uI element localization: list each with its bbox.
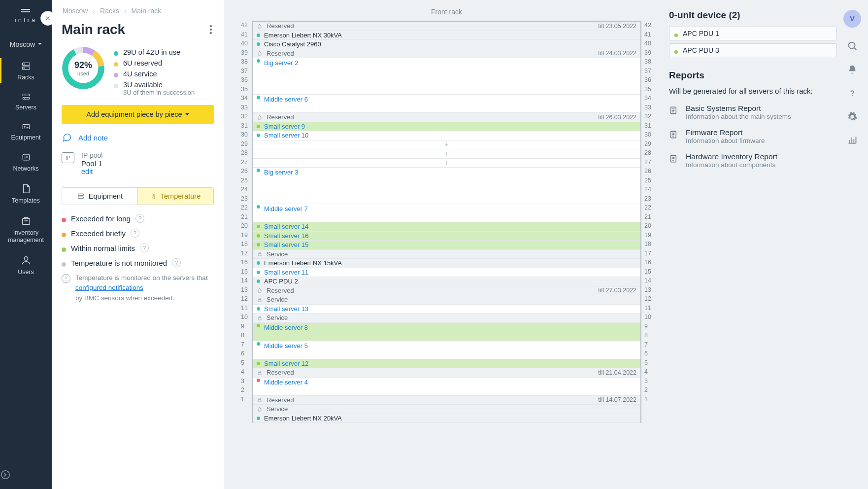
rack-slot[interactable]: Big server 2 (253, 58, 640, 95)
add-equipment-button[interactable]: Add equipment piece by piece (62, 105, 214, 124)
settings-icon[interactable] (847, 111, 858, 122)
rack-slot[interactable]: Small server 14 (253, 222, 640, 232)
rack-slot[interactable]: Small server 15 (253, 241, 640, 250)
unit-number: 24 (641, 185, 654, 194)
rack-slot[interactable]: Middle server 8 (253, 323, 640, 341)
svg-point-35 (849, 42, 855, 49)
configured-notifications-link[interactable]: configured notifications (75, 284, 143, 291)
rack-slot[interactable]: Big server 3 (253, 168, 640, 204)
breadcrumb-current: Main rack (132, 7, 162, 15)
stats-icon[interactable] (847, 135, 858, 145)
rack-slot[interactable]: Emerson Liebert NX 30kVA (253, 31, 640, 40)
rack-slot[interactable]: Service (253, 250, 640, 259)
ip-pool-icon: IP (62, 152, 74, 163)
help-icon[interactable]: ? (140, 244, 149, 252)
rack-slot[interactable]: Service (253, 405, 640, 414)
rack-slot[interactable]: Reservedtill 26.03.2022 (253, 113, 640, 122)
rack-slot[interactable]: Middle server 6 (253, 95, 640, 113)
svg-text:IP: IP (24, 155, 28, 160)
rack-slot[interactable] (253, 149, 640, 159)
unit-number: 30 (238, 130, 252, 140)
rack-slot[interactable]: Small server 9 (253, 122, 640, 132)
ip-pool-edit-link[interactable]: edit (81, 168, 93, 175)
rack-slot[interactable] (253, 159, 640, 168)
unit-number: 7 (641, 340, 651, 349)
rack-slot[interactable]: Middle server 4 (253, 378, 640, 396)
svg-rect-30 (258, 400, 261, 402)
unit-number: 1 (641, 395, 651, 404)
rack-slot[interactable]: Service (253, 295, 640, 305)
report-item[interactable]: Basic Systems ReportInformation about th… (669, 104, 836, 120)
unit-number: 10 (641, 313, 654, 322)
unit-number: 5 (641, 358, 651, 368)
tab-temperature[interactable]: Temperature (138, 188, 213, 205)
unit-number: 9 (641, 322, 651, 331)
more-actions-button[interactable] (208, 23, 214, 36)
report-item[interactable]: Hardware Inventory ReportInformation abo… (669, 152, 836, 169)
nav-item-equipment[interactable]: Equipment (0, 116, 52, 146)
rack-slot[interactable]: Reservedtill 14.07.2022 (253, 396, 640, 405)
rack-slot[interactable]: Emerson Liebert NX 15kVA (253, 259, 640, 268)
add-note-link[interactable]: Add note (78, 134, 108, 142)
nav-item-templates[interactable]: Templates (0, 177, 52, 210)
nav-item-racks[interactable]: Racks (0, 55, 52, 86)
breadcrumb-racks[interactable]: Racks (100, 7, 119, 15)
rack-slot[interactable]: Service (253, 314, 640, 323)
unit-number: 29 (238, 140, 252, 149)
usage-legend-item: 29U of 42U in use (114, 48, 195, 56)
rack-slot[interactable]: Reservedtill 27.03.2022 (253, 286, 640, 296)
rack-slot[interactable]: Small server 12 (253, 359, 640, 369)
usage-legend-item: 3U available3U of them in succession (114, 81, 195, 96)
nav-item-servers[interactable]: Servers (0, 86, 52, 116)
breadcrumb: Moscow › Racks › Main rack (63, 7, 214, 15)
nav-item-networks[interactable]: IPNetworks (0, 146, 52, 177)
unit-number: 32 (641, 112, 654, 121)
location-selector[interactable]: Moscow (10, 40, 42, 48)
help-icon[interactable]: ? (131, 229, 139, 238)
svg-rect-31 (258, 409, 261, 411)
rack-slot[interactable]: Reservedtill 23.05.2022 (253, 22, 640, 31)
user-avatar[interactable]: V (843, 10, 861, 28)
temperature-legend-item: Exceeded briefly ? (62, 229, 214, 238)
search-icon[interactable] (847, 40, 858, 51)
unit-number: 2 (641, 385, 651, 395)
rack-slot[interactable]: Cisco Catalyst 2960 (253, 40, 640, 49)
nav-item-users[interactable]: Users (0, 249, 52, 281)
rack-slot[interactable] (253, 140, 640, 150)
rack-slot[interactable]: Small server 11 (253, 268, 640, 278)
unit-number: 33 (238, 103, 252, 112)
unit-number: 16 (641, 258, 654, 267)
tab-equipment[interactable]: Equipment (62, 188, 138, 205)
unit-number: 23 (641, 194, 654, 204)
svg-point-14 (210, 29, 212, 31)
rack-slot[interactable]: Small server 13 (253, 305, 640, 314)
pdu-item[interactable]: APC PDU 1 (669, 27, 836, 40)
rack-slot[interactable]: APC PDU 2 (253, 277, 640, 286)
help-icon[interactable]: ? (172, 258, 181, 267)
right-panel: 0-unit device (2) APC PDU 1APC PDU 3 Rep… (669, 0, 836, 489)
bell-icon[interactable] (847, 64, 857, 75)
rack-slot[interactable]: Small server 10 (253, 131, 640, 140)
collapse-nav-button[interactable] (0, 469, 52, 489)
pdu-item[interactable]: APC PDU 3 (669, 43, 836, 57)
help-icon[interactable] (849, 88, 856, 99)
unit-number: 37 (641, 67, 654, 76)
svg-rect-20 (78, 194, 84, 196)
rack-slot[interactable]: Reservedtill 24.03.2022 (253, 49, 640, 59)
unit-number: 26 (238, 167, 252, 176)
unit-number: 17 (238, 249, 252, 258)
brand-logo: infra (15, 9, 37, 31)
report-item[interactable]: Firmware ReportInformation about firmwar… (669, 128, 836, 144)
rack-slot[interactable]: Small server 16 (253, 232, 640, 241)
unit-number: 13 (238, 285, 252, 295)
comment-icon (62, 133, 72, 142)
breadcrumb-location[interactable]: Moscow (63, 7, 88, 15)
rack-slot[interactable]: Middle server 7 (253, 204, 640, 222)
unit-number: 22 (641, 203, 654, 212)
rack-slot[interactable]: Middle server 5 (253, 341, 640, 359)
rack-slot[interactable]: Reservedtill 21.04.2022 (253, 368, 640, 378)
unit-number: 35 (238, 85, 252, 94)
rack-slot[interactable]: Emerson Liebert NX 20kVA (253, 414, 640, 423)
help-icon[interactable]: ? (135, 214, 144, 223)
nav-item-inventory[interactable]: Inventory management (0, 210, 52, 249)
